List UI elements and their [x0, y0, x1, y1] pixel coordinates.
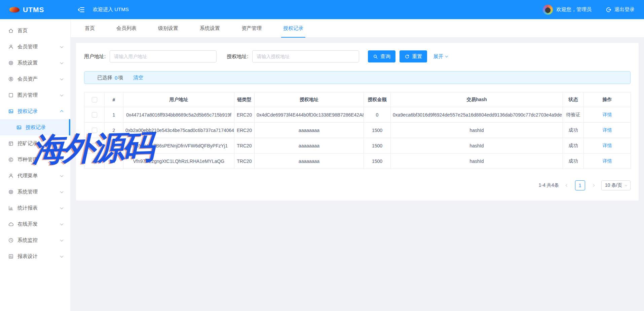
clear-selection-link[interactable]: 清空 [133, 75, 143, 81]
sidebar-item-report-design[interactable]: 报表设计 [0, 248, 70, 264]
sidebar-item-mining-records[interactable]: 挖矿记录 [0, 135, 70, 151]
dollar-circle-icon [8, 76, 14, 82]
auth-amount-cell: 0 [364, 107, 391, 123]
table-header-row: # 用户地址 链类型 授权地址 授权金额 交易hash 状态 操作 [84, 92, 631, 107]
table-row: 4 Vfn97VEzgngXtC1LQhRzLRHA1eMYLaQG TRC20… [84, 153, 631, 169]
tab-asset-management[interactable]: 资产管理 [239, 19, 264, 37]
chevron-down-icon [445, 54, 448, 57]
clock-icon [8, 237, 14, 243]
chevron-down-icon [60, 45, 64, 48]
filter-row: 用户地址: 授权地址: 查询 重置 展开 [84, 50, 631, 62]
chevron-down-icon [60, 238, 64, 241]
row-index: 3 [105, 138, 123, 153]
reset-button[interactable]: 重置 [400, 50, 427, 62]
user-address-cell: TN8YLHu6ZB6sPENnjDfnVFW6dQFByPFzYj1 [123, 138, 234, 153]
authorization-table: # 用户地址 链类型 授权地址 授权金额 交易hash 状态 操作 1 0x44… [84, 92, 631, 169]
sidebar-item-agent-menu[interactable]: 代理菜单 [0, 168, 70, 184]
col-user-address: 用户地址 [123, 92, 234, 107]
auth-amount-cell: 1500 [364, 138, 391, 153]
user-address-input[interactable] [110, 50, 217, 62]
tx-hash-cell: hashId [391, 138, 563, 153]
detail-link[interactable]: 详情 [603, 158, 612, 164]
sidebar-item-authorization-records[interactable]: 授权记录 [0, 103, 70, 119]
col-auth-amount: 授权金额 [364, 92, 391, 107]
detail-link[interactable]: 详情 [603, 112, 612, 117]
status-text: 成功 [563, 153, 584, 169]
chevron-up-icon [60, 110, 64, 113]
chain-type-cell: TRC20 [234, 138, 255, 153]
user-menu[interactable]: 欢迎您，管理员 [543, 5, 592, 15]
selection-bar: 已选择 0 项 清空 [84, 71, 631, 84]
detail-link[interactable]: 详情 [603, 127, 612, 133]
row-checkbox[interactable] [92, 159, 97, 164]
sidebar-item-coin-management[interactable]: 币种管理 [0, 151, 70, 168]
tab-level-settings[interactable]: 级别设置 [156, 19, 180, 37]
picture-icon [16, 125, 22, 130]
row-checkbox[interactable] [92, 143, 97, 148]
pagination-page-button[interactable]: 1 [575, 180, 585, 190]
sidebar-item-online-development[interactable]: 在线开发 [0, 216, 70, 232]
auth-address-input[interactable] [252, 50, 359, 62]
sidebar-item-member-assets[interactable]: 会员资产 [0, 71, 70, 87]
tab-authorization-records[interactable]: 授权记录 [281, 19, 305, 37]
sidebar-item-system-settings[interactable]: 系统设置 [0, 55, 70, 71]
auth-address-cell: aaaaaaaa [255, 123, 364, 138]
sidebar-collapse-button[interactable] [77, 6, 85, 13]
brand[interactable]: UTMS [0, 6, 71, 14]
status-text: 待验证 [563, 107, 584, 123]
pagination-prev-button[interactable] [563, 181, 571, 190]
picture-icon [8, 108, 14, 114]
gear-icon [8, 189, 14, 195]
sidebar-item-statistics-report[interactable]: 统计报表 [0, 200, 70, 216]
row-index: 4 [105, 153, 123, 169]
row-checkbox[interactable] [92, 112, 97, 118]
sidebar-subitem-authorization-records[interactable]: 授权记录 [0, 119, 70, 135]
pagination-total: 1-4 共4条 [539, 182, 559, 188]
search-button[interactable]: 查询 [368, 50, 395, 62]
table-row: 1 0x447147a8016ff934bb8689c5a2d5b65c715b… [84, 107, 631, 123]
page-size-select[interactable]: 10 条/页 [601, 180, 631, 190]
page-size-value: 10 条/页 [605, 182, 622, 188]
chain-type-cell: TRC20 [234, 153, 255, 169]
sidebar-item-image-management[interactable]: 图片管理 [0, 87, 70, 103]
expand-link[interactable]: 展开 [433, 53, 448, 60]
tab-home[interactable]: 首页 [83, 19, 97, 37]
chevron-down-icon [60, 93, 64, 96]
table-row: 3 TN8YLHu6ZB6sPENnjDfnVFW6dQFByPFzYj1 TR… [84, 138, 631, 153]
copyright-icon [8, 157, 14, 163]
sidebar-item-home[interactable]: 首页 [0, 23, 70, 39]
sidebar-item-member-management[interactable]: 会员管理 [0, 39, 70, 55]
pagination-next-button[interactable] [589, 181, 597, 190]
tab-bar: 首页 会员列表 级别设置 系统设置 资产管理 授权记录 [71, 19, 644, 38]
tab-member-list[interactable]: 会员列表 [114, 19, 139, 37]
select-all-cell [84, 92, 105, 107]
chevron-down-icon [625, 184, 627, 186]
content-card: 用户地址: 授权地址: 查询 重置 展开 已选择 0 项 清空 [76, 43, 639, 201]
sidebar-item-system-monitoring[interactable]: 系统监控 [0, 232, 70, 248]
chevron-right-icon [592, 184, 594, 187]
main-content: 用户地址: 授权地址: 查询 重置 展开 已选择 0 项 清空 [71, 38, 644, 311]
selection-count: 0 [115, 75, 117, 81]
chevron-down-icon [60, 77, 64, 80]
chevron-down-icon [60, 158, 64, 161]
welcome-text: 欢迎进入 UTMS [93, 6, 129, 13]
logo-icon [9, 7, 20, 12]
sidebar-item-system-management[interactable]: 系统管理 [0, 184, 70, 200]
refresh-icon [405, 54, 410, 59]
logout-button[interactable]: 退出登录 [606, 6, 635, 13]
user-icon [8, 173, 14, 179]
home-icon [8, 28, 14, 34]
avatar[interactable] [543, 5, 553, 15]
chain-type-cell: ERC20 [234, 107, 255, 123]
sidebar: 首页 会员管理 系统设置 会员资产 图片管理 授权记录 授权记录 挖矿记录 币种… [0, 19, 71, 311]
row-checkbox[interactable] [92, 128, 97, 133]
bar-chart-icon [8, 205, 14, 211]
tab-system-settings[interactable]: 系统设置 [198, 19, 222, 37]
select-all-checkbox[interactable] [92, 97, 97, 102]
detail-link[interactable]: 详情 [603, 143, 612, 148]
user-greeting: 欢迎您，管理员 [556, 6, 592, 13]
auth-address-label: 授权地址: [227, 53, 248, 60]
user-address-cell: Vfn97VEzgngXtC1LQhRzLRHA1eMYLaQG [123, 153, 234, 169]
user-icon [8, 44, 14, 50]
cloud-icon [8, 221, 14, 227]
